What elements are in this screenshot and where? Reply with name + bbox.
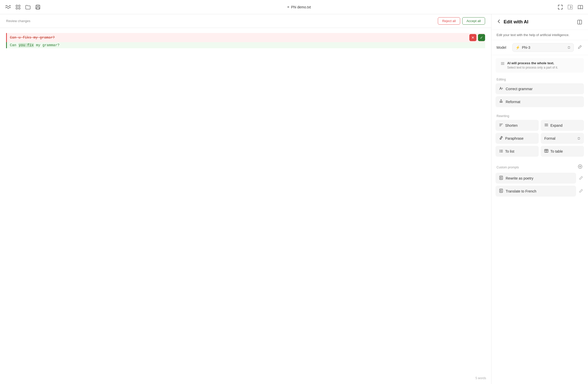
review-label: Review changes <box>6 19 30 23</box>
diff-actions: ✕ ✓ <box>469 34 485 41</box>
added-suffix: my grammar? <box>34 43 59 47</box>
rewrite-as-poetry-button[interactable]: Rewrite as poetry <box>496 173 576 184</box>
folder-icon-btn[interactable] <box>24 4 32 10</box>
topbar: Phi demo.txt <box>0 0 588 14</box>
svg-point-21 <box>500 150 500 150</box>
topbar-center: Phi demo.txt <box>44 5 554 9</box>
custom-prompt-row-0: Rewrite as poetry <box>496 173 584 184</box>
paraphrase-row: Paraphrase Formal <box>496 133 584 144</box>
svg-rect-5 <box>37 5 39 7</box>
poetry-icon <box>499 176 503 181</box>
reformat-label: Reformat <box>506 100 520 104</box>
reformat-button[interactable]: Reformat <box>496 96 584 107</box>
notice-strong: AI will process the whole text. <box>507 61 558 65</box>
model-select[interactable]: ⚡ Phi-3 <box>512 43 574 52</box>
ai-panel: Edit with AI Edit your text with the hel… <box>491 14 588 384</box>
formal-select[interactable]: Formal <box>541 133 584 144</box>
notice-sub: Select text to process only a part of it… <box>507 66 558 69</box>
editor-content: Can u fiks my gramar? ✕ ✓ Can you fix my… <box>0 28 491 384</box>
custom-prompts-title: Custom prompts <box>497 166 519 169</box>
formal-chevron-icon <box>577 137 580 140</box>
added-prefix: Can <box>10 43 19 47</box>
filename: Phi demo.txt <box>291 5 311 9</box>
translate-to-french-label: Translate to French <box>506 189 536 193</box>
ai-header: Edit with AI <box>491 14 588 30</box>
edit-poetry-prompt-button[interactable] <box>578 175 584 182</box>
removed-text: Can u fiks my gramar? <box>10 36 55 40</box>
paraphrase-icon <box>499 136 503 141</box>
rewrite-as-poetry-label: Rewrite as poetry <box>506 176 533 180</box>
model-label: Model <box>497 45 509 50</box>
svg-rect-13 <box>500 101 503 102</box>
ai-subtitle: Edit your text with the help of artifici… <box>491 30 588 40</box>
book-icon-btn[interactable] <box>577 4 584 10</box>
svg-point-22 <box>500 151 500 151</box>
rewriting-section: Rewriting Shorten <box>491 112 588 162</box>
grid-icon-btn[interactable] <box>15 4 21 10</box>
shorten-button[interactable]: Shorten <box>496 120 539 131</box>
layout-toggle-button[interactable] <box>576 19 583 25</box>
model-lightning-icon: ⚡ <box>516 45 520 50</box>
word-count: 5 words <box>475 376 486 380</box>
expand-icon-btn[interactable] <box>557 4 564 10</box>
correct-grammar-label: Correct grammar <box>506 87 533 91</box>
selection-icon-btn[interactable] <box>567 4 574 10</box>
shorten-expand-row: Shorten Expand <box>496 120 584 131</box>
add-custom-prompt-button[interactable] <box>577 164 583 171</box>
reformat-icon <box>499 99 503 104</box>
custom-prompt-row-1: Translate to French <box>496 186 584 197</box>
reject-all-button[interactable]: Reject all <box>438 17 460 25</box>
shorten-label: Shorten <box>505 123 518 127</box>
topbar-left <box>4 3 41 11</box>
expand-button[interactable]: Expand <box>541 120 584 131</box>
model-name: Phi-3 <box>522 45 565 50</box>
ai-panel-title: Edit with AI <box>504 19 528 25</box>
rewriting-section-title: Rewriting <box>496 112 584 120</box>
to-list-button[interactable]: To list <box>496 146 539 157</box>
chevron-updown-icon <box>567 46 570 49</box>
editor-area: Review changes Reject all Accept all Can… <box>0 14 491 384</box>
added-text: Can you fix my grammar? <box>10 43 59 47</box>
paraphrase-button[interactable]: Paraphrase <box>496 133 539 144</box>
translate-icon <box>499 189 503 194</box>
reject-change-button[interactable]: ✕ <box>469 34 476 41</box>
save-icon-btn[interactable] <box>35 4 41 10</box>
diff-added-line: Can you fix my grammar? <box>6 42 485 48</box>
custom-prompts-section: Custom prompts <box>491 162 588 202</box>
model-row: Model ⚡ Phi-3 <box>491 40 588 55</box>
svg-rect-27 <box>545 149 548 152</box>
svg-point-23 <box>500 152 500 152</box>
wave-icon-btn[interactable] <box>4 3 12 11</box>
to-list-label: To list <box>505 149 514 153</box>
editing-section-title: Editing <box>496 76 584 83</box>
list-table-row: To list To table <box>496 146 584 157</box>
grammar-icon <box>499 86 503 91</box>
svg-rect-0 <box>16 5 18 7</box>
topbar-right <box>557 4 584 10</box>
correct-grammar-button[interactable]: Correct grammar <box>496 83 584 94</box>
ai-notice: AI will process the whole text. Select t… <box>496 58 584 73</box>
svg-rect-3 <box>19 8 20 9</box>
edit-model-button[interactable] <box>577 44 583 51</box>
svg-rect-6 <box>36 7 39 9</box>
shorten-icon <box>499 123 503 128</box>
accept-change-button[interactable]: ✓ <box>478 34 485 41</box>
diff-removed-line: Can u fiks my gramar? ✕ ✓ <box>6 33 485 42</box>
paraphrase-label: Paraphrase <box>505 136 523 140</box>
formal-label: Formal <box>544 136 555 140</box>
custom-prompts-header: Custom prompts <box>496 162 584 173</box>
main-layout: Review changes Reject all Accept all Can… <box>0 14 588 384</box>
back-button[interactable] <box>497 18 501 26</box>
edit-translate-prompt-button[interactable] <box>578 188 584 195</box>
ai-notice-content: AI will process the whole text. Select t… <box>507 61 558 70</box>
translate-to-french-button[interactable]: Translate to French <box>496 186 576 197</box>
svg-rect-14 <box>500 102 503 103</box>
notice-icon <box>501 61 505 66</box>
ai-panel-icons <box>576 19 583 25</box>
added-highlight: you fix <box>19 43 34 47</box>
review-actions: Reject all Accept all <box>438 17 485 25</box>
to-table-button[interactable]: To table <box>541 146 584 157</box>
svg-rect-7 <box>568 5 572 9</box>
file-dot <box>287 6 289 8</box>
accept-all-button[interactable]: Accept all <box>462 17 485 25</box>
